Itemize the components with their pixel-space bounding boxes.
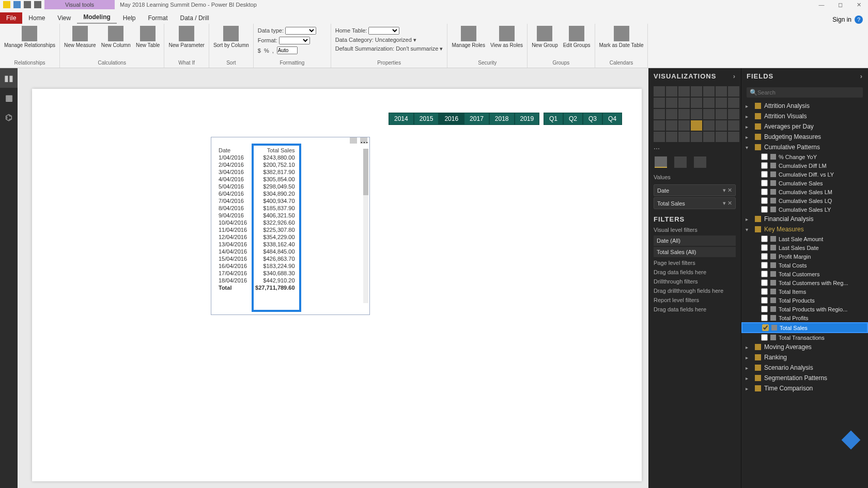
viz-type-19[interactable] <box>716 109 727 119</box>
table-row[interactable]: 4/04/2016$305,854.00 <box>214 176 299 183</box>
menu-tab-modeling[interactable]: Modeling <box>77 11 117 24</box>
percent-button[interactable]: % <box>264 48 269 54</box>
field-cumulative-diff-lm[interactable]: Cumulative Diff LM <box>741 161 868 170</box>
new-measure-button[interactable]: New Measure <box>64 26 96 48</box>
field-total-products[interactable]: Total Products <box>741 296 868 305</box>
quarter-Q2[interactable]: Q2 <box>563 113 583 125</box>
collapse-fields-pane[interactable]: › <box>860 72 863 80</box>
field-total-products-with-regio---[interactable]: Total Products with Regio... <box>741 305 868 313</box>
decimals-input[interactable] <box>277 46 298 54</box>
table-row[interactable]: 5/04/2016$298,049.50 <box>214 183 299 190</box>
redo-icon[interactable] <box>34 1 41 8</box>
minimize-button[interactable]: — <box>812 2 831 8</box>
report-view-button[interactable]: ▮▮ <box>0 68 18 88</box>
viz-type-21[interactable] <box>654 120 665 131</box>
table-row[interactable]: 15/04/2016$426,863.70 <box>214 255 299 262</box>
viz-type-23[interactable] <box>678 120 690 131</box>
field-total-sales[interactable]: Total Sales <box>741 322 868 333</box>
field-last-sales-date[interactable]: Last Sales Date <box>741 243 868 252</box>
field-checkbox[interactable] <box>761 262 768 269</box>
viz-type-28[interactable] <box>654 132 665 142</box>
table-financial-analysis[interactable]: Financial Analysis <box>741 214 868 224</box>
viz-type-32[interactable] <box>703 132 715 142</box>
field-total-customers[interactable]: Total Customers <box>741 270 868 278</box>
new-parameter-button[interactable]: New Parameter <box>168 26 204 48</box>
viz-type-20[interactable] <box>728 109 739 119</box>
table-row[interactable]: 14/04/2016$484,845.00 <box>214 248 299 255</box>
quarter-slicer[interactable]: Q1Q2Q3Q4 <box>544 113 622 125</box>
field-checkbox[interactable] <box>761 297 768 304</box>
viz-type-30[interactable] <box>678 132 690 142</box>
year-2016[interactable]: 2016 <box>439 113 464 125</box>
quarter-Q1[interactable]: Q1 <box>544 113 563 125</box>
visual-filter[interactable]: Date (All) <box>654 235 736 246</box>
collapse-viz-pane[interactable]: › <box>733 72 736 80</box>
table-row[interactable]: 7/04/2016$400,934.70 <box>214 197 299 204</box>
viz-type-4[interactable] <box>703 86 715 97</box>
viz-type-1[interactable] <box>666 86 677 97</box>
field-last-sale-amount[interactable]: Last Sale Amount <box>741 234 868 243</box>
field-cumulative-sales-lq[interactable]: Cumulative Sales LQ <box>741 196 868 205</box>
viz-type-16[interactable] <box>678 109 690 119</box>
menu-tab-view[interactable]: View <box>51 12 77 24</box>
signin-link[interactable]: Sign in <box>832 16 851 23</box>
new-table-button[interactable]: New Table <box>136 26 160 48</box>
field-checkbox[interactable] <box>761 153 768 160</box>
currency-button[interactable]: $ <box>258 48 261 54</box>
viz-type-29[interactable] <box>666 132 677 142</box>
viz-type-5[interactable] <box>716 86 727 97</box>
menu-tab-home[interactable]: Home <box>22 12 51 24</box>
table-segmentation-patterns[interactable]: Segmentation Patterns <box>741 373 868 383</box>
field-well-item[interactable]: Total Sales▾ ✕ <box>654 198 735 209</box>
year-2017[interactable]: 2017 <box>464 113 489 125</box>
field-total-costs[interactable]: Total Costs <box>741 261 868 270</box>
viz-type-9[interactable] <box>678 98 690 108</box>
table-key-measures[interactable]: Key Measures <box>741 224 868 234</box>
year-2019[interactable]: 2019 <box>515 113 540 125</box>
table-row[interactable]: 10/04/2016$322,926.60 <box>214 219 299 226</box>
viz-type-27[interactable] <box>728 120 739 131</box>
model-view-button[interactable]: ⌬ <box>0 107 18 127</box>
field-checkbox[interactable] <box>761 271 768 277</box>
report-page[interactable]: 201420152016201720182019 Q1Q2Q3Q4 ⋯ Date… <box>32 89 642 481</box>
visual-filter[interactable]: Total Sales (All) <box>654 247 736 257</box>
table-averages-per-day[interactable]: Averages per Day <box>741 121 868 132</box>
table-cumulative-patterns[interactable]: Cumulative Patterns <box>741 142 868 152</box>
table-moving-averages[interactable]: Moving Averages <box>741 342 868 352</box>
comma-button[interactable]: , <box>272 48 274 54</box>
table-row[interactable]: 3/04/2016$382,817.90 <box>214 168 299 176</box>
focus-mode-icon[interactable] <box>350 137 357 144</box>
hometable-select[interactable] <box>368 27 399 35</box>
table-row[interactable]: 8/04/2016$185,837.90 <box>214 204 299 212</box>
viz-type-24[interactable] <box>691 120 702 131</box>
fields-search-input[interactable] <box>757 89 860 96</box>
field-checkbox[interactable] <box>761 162 768 169</box>
table-attrition-analysis[interactable]: Attrition Analysis <box>741 101 868 111</box>
quarter-Q4[interactable]: Q4 <box>602 113 622 125</box>
maximize-button[interactable]: ◻ <box>831 2 849 8</box>
viz-type-7[interactable] <box>654 98 665 108</box>
field-checkbox[interactable] <box>761 334 768 341</box>
field-total-items[interactable]: Total Items <box>741 287 868 296</box>
viz-type-26[interactable] <box>716 120 727 131</box>
table-row[interactable]: 18/04/2016$442,910.20 <box>214 277 299 284</box>
field-cumulative-sales[interactable]: Cumulative Sales <box>741 179 868 187</box>
field-cumulative-diff--vs-ly[interactable]: Cumulative Diff. vs LY <box>741 170 868 179</box>
table-row[interactable]: 9/04/2016$406,321.50 <box>214 212 299 219</box>
field-checkbox[interactable] <box>761 279 768 286</box>
table-row[interactable]: 16/04/2016$183,224.90 <box>214 262 299 270</box>
quarter-Q3[interactable]: Q3 <box>583 113 602 125</box>
viz-type-12[interactable] <box>716 98 727 108</box>
viz-type-31[interactable] <box>691 132 702 142</box>
viz-type-25[interactable] <box>703 120 715 131</box>
viz-type-34[interactable] <box>728 132 739 142</box>
table-row[interactable]: 6/04/2016$304,890.20 <box>214 190 299 197</box>
table-scrollbar[interactable] <box>363 149 368 303</box>
field-total-profits[interactable]: Total Profits <box>741 313 868 322</box>
manage-relationships-button[interactable]: Manage Relationships <box>4 26 55 48</box>
table-ranking[interactable]: Ranking <box>741 352 868 363</box>
col-date[interactable]: Date <box>214 147 251 154</box>
table-scenario-analysis[interactable]: Scenario Analysis <box>741 363 868 373</box>
format-select[interactable] <box>279 37 310 44</box>
year-slicer[interactable]: 201420152016201720182019 <box>389 113 539 125</box>
